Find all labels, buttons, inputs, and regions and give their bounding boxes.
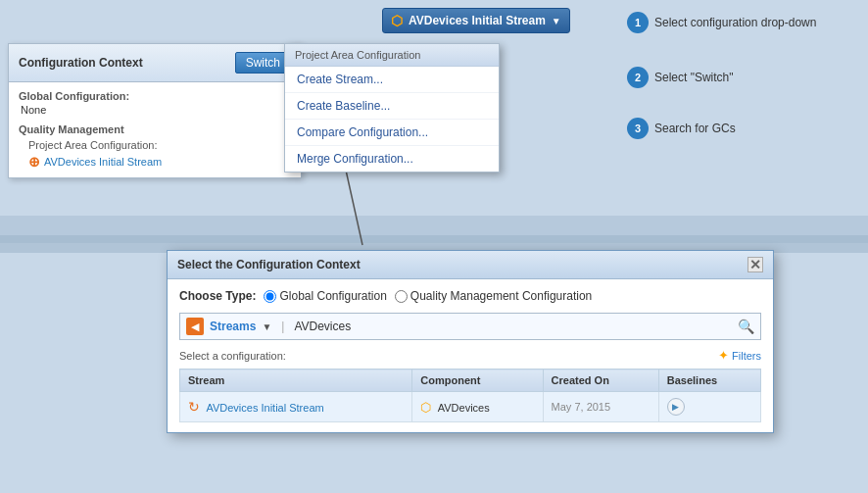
filters-button[interactable]: ✦ Filters (718, 348, 761, 363)
play-button[interactable]: ▶ (667, 398, 685, 416)
step-1-circle: 1 (627, 12, 649, 33)
top-bar[interactable]: ⬡ AVDevices Initial Stream ▼ (382, 8, 570, 33)
project-area-config-label: Project Area Configuration: (19, 139, 291, 151)
global-config-label: Global Configuration: (19, 90, 291, 102)
quality-mgmt-label: Quality Management (19, 123, 291, 135)
col-stream: Stream (180, 370, 412, 392)
dialog-title: Select the Configuration Context (177, 258, 361, 271)
stream-link[interactable]: ⊕ AVDevices Initial Stream (19, 154, 291, 170)
stream-link-icon: ⊕ (28, 154, 40, 170)
config-table: Stream Component Created On Baselines ↻ … (179, 369, 761, 422)
filters-icon: ✦ (718, 348, 729, 363)
table-row: ↻ AVDevices Initial Stream ⬡ AVDevices M… (180, 392, 761, 422)
dropdown-header: Project Area Configuration (285, 44, 499, 67)
compare-config-item[interactable]: Compare Configuration... (285, 120, 499, 146)
choose-type-row: Choose Type: Global Configuration Qualit… (179, 289, 761, 303)
radio-global-input[interactable] (264, 290, 276, 303)
radio-qm-input[interactable] (395, 290, 408, 303)
streams-label[interactable]: Streams (210, 320, 256, 333)
create-baseline-item[interactable]: Create Baseline... (285, 93, 499, 120)
stream-name-link[interactable]: AVDevices Initial Stream (206, 402, 323, 414)
create-stream-item[interactable]: Create Stream... (285, 67, 499, 93)
dialog-body: Choose Type: Global Configuration Qualit… (168, 279, 773, 432)
radio-global[interactable]: Global Configuration (264, 289, 386, 303)
streams-back-button[interactable]: ◀ (186, 318, 204, 335)
component-name: AVDevices (438, 402, 490, 414)
created-on-cell: May 7, 2015 (543, 392, 658, 422)
radio-qm-label: Quality Management Configuration (410, 289, 592, 303)
select-config-label-row: Select a configuration: ✦ Filters (179, 348, 761, 363)
dialog-titlebar: Select the Configuration Context ✕ (168, 251, 773, 279)
row-stream-icon: ↻ (188, 399, 200, 415)
col-component: Component (412, 370, 543, 392)
step-3-circle: 3 (627, 118, 649, 139)
dropdown-menu: Project Area Configuration Create Stream… (284, 43, 500, 173)
col-created-on: Created On (543, 370, 658, 392)
stream-cell: ↻ AVDevices Initial Stream (180, 392, 412, 422)
config-panel-header: Configuration Context Switch (9, 44, 301, 82)
streams-search-row: ◀ Streams ▼ | 🔍 (179, 313, 761, 340)
streams-caret-icon[interactable]: ▼ (262, 321, 271, 332)
stream-link-text: AVDevices Initial Stream (44, 156, 162, 168)
separator: | (281, 320, 284, 333)
config-panel: Configuration Context Switch Global Conf… (8, 43, 302, 178)
step-1: 1 Select configuration drop-down (627, 12, 816, 33)
global-config-value: None (19, 104, 291, 116)
config-panel-body: Global Configuration: None Quality Manag… (9, 82, 301, 177)
dialog-close-button[interactable]: ✕ (747, 257, 763, 272)
switch-button[interactable]: Switch (235, 52, 291, 74)
col-baselines: Baselines (658, 370, 760, 392)
step-3: 3 Search for GCs (627, 118, 736, 139)
config-panel-title: Configuration Context (19, 56, 143, 70)
radio-qm[interactable]: Quality Management Configuration (395, 289, 592, 303)
top-bar-title: AVDevices Initial Stream (409, 14, 546, 27)
component-cell: ⬡ AVDevices (412, 392, 543, 422)
step-2: 2 Select "Switch" (627, 67, 734, 88)
step-2-circle: 2 (627, 67, 649, 88)
search-icon[interactable]: 🔍 (738, 319, 754, 334)
search-input[interactable] (294, 320, 732, 333)
stream-icon: ⬡ (391, 13, 403, 28)
step-2-text: Select "Switch" (654, 71, 734, 84)
component-icon: ⬡ (420, 400, 431, 415)
date-value: May 7, 2015 (552, 401, 611, 413)
step-3-text: Search for GCs (654, 122, 736, 135)
step-1-text: Select configuration drop-down (654, 16, 816, 29)
dropdown-caret-icon[interactable]: ▼ (552, 16, 561, 26)
select-config-dialog: Select the Configuration Context ✕ Choos… (167, 250, 774, 433)
select-config-text: Select a configuration: (179, 350, 286, 362)
baselines-cell: ▶ (658, 392, 760, 422)
merge-config-item[interactable]: Merge Configuration... (285, 146, 499, 172)
choose-type-label: Choose Type: (179, 289, 256, 303)
filters-label: Filters (732, 350, 761, 362)
radio-global-label: Global Configuration (279, 289, 386, 303)
